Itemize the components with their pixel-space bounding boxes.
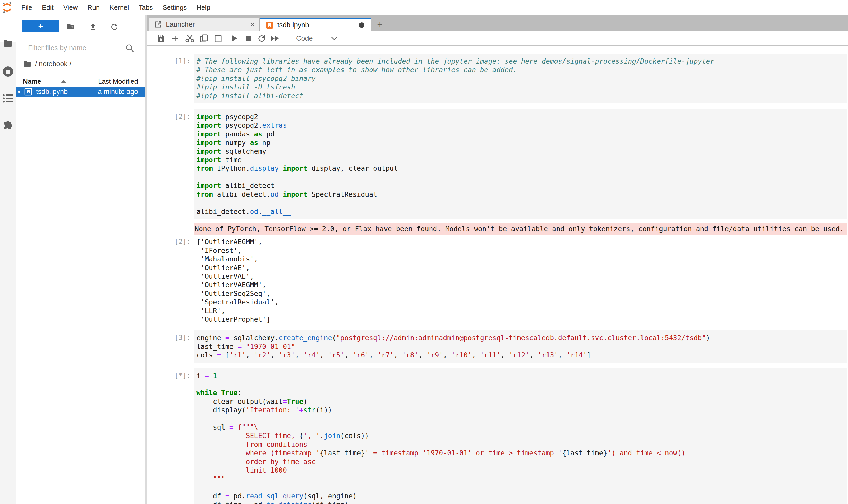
refresh-button[interactable] (111, 23, 118, 30)
execute-result-output: [2]:['OutlierAEGMM', 'IForest', 'Mahalan… (194, 237, 847, 323)
menu-view[interactable]: View (58, 0, 83, 15)
cell-output-area: ['OutlierAEGMM', 'IForest', 'Mahalanobis… (194, 237, 847, 323)
stop-circle-icon (3, 66, 13, 77)
file-modified-time: a minute ago (98, 88, 138, 96)
menu-run[interactable]: Run (83, 0, 105, 15)
column-divider (74, 77, 74, 86)
cell-input-prompt: [2]: (147, 112, 191, 121)
close-tab-icon[interactable]: × (250, 20, 255, 29)
folder-icon (4, 39, 12, 48)
notebook-tab-icon (266, 22, 273, 29)
menu-file[interactable]: File (17, 0, 37, 15)
cell-type-dropdown[interactable]: Code (296, 35, 313, 42)
cell-input-prompt: [*]: (147, 371, 191, 380)
copy-icon (200, 34, 208, 42)
upload-icon (90, 23, 96, 30)
menu-help[interactable]: Help (192, 0, 215, 15)
new-tab-button[interactable]: + (374, 19, 385, 30)
code-cell: [1]:# The following libraries have alrea… (194, 54, 847, 103)
notebook-file-icon (24, 88, 32, 95)
upload-button[interactable] (90, 23, 96, 30)
run-icon (231, 35, 238, 42)
column-header-modified[interactable]: Last Modified (98, 77, 138, 86)
cell-editor[interactable]: i = 1 while True: clear_output(wait=True… (194, 368, 847, 504)
list-icon (3, 94, 13, 103)
stop-icon (246, 35, 252, 41)
file-browser-tab[interactable] (0, 39, 16, 48)
stderr-output: None of PyTorch, TensorFlow >= 2.0, or F… (194, 223, 847, 235)
scissors-icon (185, 34, 194, 42)
refresh-icon (111, 23, 118, 30)
cut-cells-button[interactable] (185, 34, 194, 43)
running-dot-icon (18, 91, 20, 93)
restart-kernel-button[interactable] (257, 34, 266, 43)
file-browser-panel: + (16, 15, 145, 504)
menu-edit[interactable]: Edit (37, 0, 58, 15)
running-kernels-tab[interactable] (0, 66, 16, 77)
chevron-down-icon[interactable] (331, 36, 338, 40)
interrupt-kernel-button[interactable] (244, 34, 253, 43)
tab-launcher-label: Launcher (166, 21, 195, 29)
left-sidebar-strip (0, 15, 16, 504)
paste-cells-button[interactable] (214, 34, 222, 43)
tab-tsdb-ipynb[interactable]: tsdb.ipynb (260, 18, 371, 32)
tab-launcher[interactable]: Launcher × (149, 18, 259, 32)
code-cell: [3]:engine = sqlalchemy.create_engine("p… (194, 330, 847, 362)
file-name: tsdb.ipynb (36, 88, 68, 96)
add-cell-button[interactable] (171, 34, 180, 43)
sort-ascending-icon (61, 79, 66, 83)
sidebar-active-tab-highlight (0, 15, 16, 42)
save-icon (157, 35, 165, 42)
menu-settings[interactable]: Settings (158, 0, 192, 15)
puzzle-icon (3, 121, 13, 131)
new-folder-icon (67, 23, 75, 30)
new-launcher-button[interactable]: + (22, 20, 59, 32)
breadcrumb-path: / notebook / (35, 60, 71, 68)
file-list-header: Name Last Modified (16, 75, 145, 87)
launcher-icon (155, 21, 162, 28)
cell-output-prompt: [2]: (147, 237, 191, 246)
filter-box (22, 40, 138, 56)
code-cell: [*]:i = 1 while True: clear_output(wait=… (194, 368, 847, 504)
file-row-tsdb-ipynb[interactable]: tsdb.ipynb a minute ago (16, 87, 145, 96)
breadcrumb[interactable]: / notebook / (24, 59, 71, 69)
cell-input-prompt: [1]: (147, 57, 191, 66)
copy-cells-button[interactable] (200, 34, 208, 43)
cell-editor[interactable]: engine = sqlalchemy.create_engine("postg… (194, 330, 847, 362)
file-browser-toolbar: + (16, 15, 145, 39)
run-cell-button[interactable] (230, 34, 239, 43)
menu-kernel[interactable]: Kernel (105, 0, 134, 15)
fast-forward-icon (270, 35, 279, 42)
notebook-toolbar: Code (147, 32, 848, 46)
home-folder-icon (24, 60, 32, 67)
search-icon (125, 43, 134, 53)
main-dock-panel: Launcher × tsdb.ipynb + (147, 15, 848, 504)
paste-icon (215, 34, 222, 42)
restart-run-all-button[interactable] (270, 34, 279, 43)
unsaved-changes-icon[interactable] (359, 22, 364, 28)
save-button[interactable] (157, 34, 165, 43)
new-folder-button[interactable] (67, 23, 75, 30)
tab-notebook-label: tsdb.ipynb (277, 21, 309, 29)
cell-input-prompt: [3]: (147, 334, 191, 342)
cell-editor[interactable]: import psycopg2 import psycopg2.extras i… (194, 109, 847, 219)
filter-files-input[interactable] (22, 40, 138, 56)
jupyter-logo-icon (3, 2, 12, 14)
menu-tabs[interactable]: Tabs (134, 0, 158, 15)
menu-list: File Edit View Run Kernel Tabs Settings … (17, 0, 215, 15)
extension-manager-tab[interactable] (0, 121, 16, 131)
cell-output-area: None of PyTorch, TensorFlow >= 2.0, or F… (194, 223, 847, 235)
restart-icon (258, 35, 266, 42)
notebook-content: [1]:# The following libraries have alrea… (147, 46, 848, 504)
cell-editor[interactable]: # The following libraries have already b… (194, 54, 847, 103)
column-header-name[interactable]: Name (23, 77, 41, 86)
tab-bar: Launcher × tsdb.ipynb + (147, 15, 848, 32)
table-of-contents-tab[interactable] (0, 94, 16, 103)
code-cell: [2]:import psycopg2 import psycopg2.extr… (194, 109, 847, 219)
menu-bar: File Edit View Run Kernel Tabs Settings … (0, 0, 848, 15)
plus-icon (172, 35, 179, 42)
